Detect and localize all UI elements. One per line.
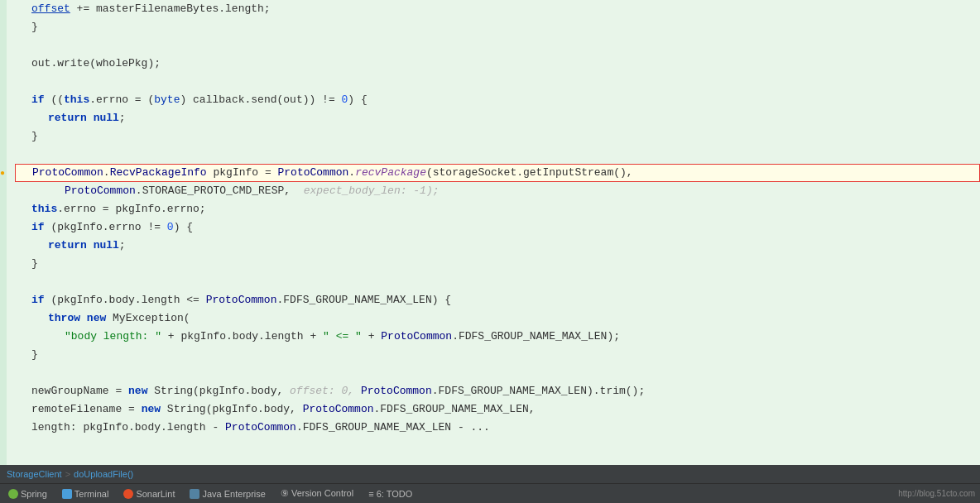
bottom-bar: Spring Terminal SonarLint Java Enterpris… [0, 483, 980, 503]
code-token: ) callback.send(out)) != [180, 91, 341, 109]
java-item[interactable]: Java Enterprise [186, 489, 268, 499]
vcs-label: ⑨ Version Control [281, 488, 353, 499]
code-token-class: ProtoCommon [303, 400, 374, 419]
vcs-item[interactable]: ⑨ Version Control [277, 488, 357, 499]
code-token: ) { [348, 91, 367, 109]
code-line: return null ; [15, 237, 980, 255]
code-token-class: RecvPackageInfo [110, 164, 207, 182]
code-line-empty [15, 146, 980, 164]
code-token-this: this [64, 91, 89, 109]
code-line: return null ; [15, 109, 980, 127]
terminal-item[interactable]: Terminal [59, 489, 113, 499]
code-token-if: if [31, 218, 45, 237]
terminal-icon [62, 489, 72, 499]
code-token: + [362, 328, 381, 346]
code-token-class: ProtoCommon [32, 164, 103, 182]
code-token-class: ProtoCommon [65, 182, 136, 200]
status-bar: StorageClient > doUploadFile() [0, 465, 980, 483]
code-container: ● offset += masterFilenameBytes.length; [0, 0, 980, 465]
code-token: pkgInfo = [207, 164, 278, 182]
breadcrumb-method[interactable]: doUploadFile() [74, 469, 133, 479]
code-line: newGroupName = new String(pkgInfo.body, … [15, 382, 980, 400]
terminal-label: Terminal [74, 489, 109, 499]
code-token-this: this [31, 200, 57, 218]
code-token: . [276, 291, 283, 309]
code-token [87, 237, 94, 255]
code-line: if (( this .errno = ( byte ) callback.se… [15, 91, 980, 109]
code-token: (( [45, 91, 64, 109]
code-token-return: return [48, 109, 87, 127]
code-token: } [31, 18, 38, 36]
code-token [80, 309, 87, 328]
code-line: if (pkgInfo.body.length <= ProtoCommon .… [15, 291, 980, 309]
java-icon [190, 489, 199, 499]
code-line: if (pkgInfo.errno != 0 ) { [15, 218, 980, 237]
breadcrumb: StorageClient > doUploadFile() [7, 469, 133, 479]
code-token: ); [607, 328, 620, 346]
code-token-if: if [31, 291, 45, 309]
code-token: ; [119, 109, 126, 127]
code-token: String(pkgInfo.body, [161, 400, 303, 419]
code-token: length: pkgInfo.body.length - [31, 419, 225, 437]
code-token: . [452, 328, 459, 346]
code-token-null: null [94, 109, 119, 127]
code-token-new: new [142, 400, 161, 419]
code-token: } [31, 255, 38, 273]
code-line-empty [15, 364, 980, 382]
code-token [354, 382, 361, 400]
code-token-return: return [48, 237, 87, 255]
code-token: remoteFilename = [31, 400, 142, 419]
breadcrumb-class[interactable]: StorageClient [7, 469, 62, 479]
spring-item[interactable]: Spring [5, 489, 50, 499]
code-token-new: new [128, 382, 147, 400]
spring-icon [8, 489, 18, 499]
code-token: ).trim(); [587, 382, 645, 400]
code-token-new: new [87, 309, 106, 328]
code-token: ; [119, 237, 126, 255]
code-line: } [15, 346, 980, 364]
code-token: . [432, 382, 439, 400]
code-token: FDFS_GROUP_NAME_MAX_LEN - ... [303, 419, 490, 437]
code-token-class: ProtoCommon [361, 382, 432, 400]
code-token-if: if [31, 91, 45, 109]
code-line: remoteFilename = new String(pkgInfo.body… [15, 400, 980, 419]
code-token-zero: 0 [342, 91, 348, 109]
code-token: . [348, 164, 355, 182]
code-line: throw new MyException( [15, 309, 980, 328]
code-token-class: ProtoCommon [278, 164, 349, 182]
sonar-item[interactable]: SonarLint [120, 489, 178, 499]
code-token: + pkgInfo.body.length + [161, 328, 323, 346]
code-token-hint: offset: 0, [283, 382, 354, 400]
code-token: } [31, 346, 38, 364]
code-line-empty [15, 73, 980, 91]
code-line: } [15, 127, 980, 146]
code-token-offset: offset [31, 0, 70, 18]
code-line: out.write(wholePkg); [15, 55, 980, 73]
java-label: Java Enterprise [202, 489, 265, 499]
code-token: FDFS_GROUP_NAME_MAX_LEN, [380, 400, 535, 419]
code-token-throw: throw [48, 309, 80, 328]
code-token: += masterFilenameBytes.length; [70, 0, 271, 18]
code-line: "body length: " + pkgInfo.body.length + … [15, 328, 980, 346]
code-line: length: pkgInfo.body.length - ProtoCommo… [15, 419, 980, 437]
code-line-empty [15, 273, 980, 291]
breadcrumb-separator: > [65, 469, 70, 479]
code-token: (storageSocket.getInputStream(), [426, 164, 633, 182]
code-token-byte: byte [154, 91, 180, 109]
code-line-empty [15, 36, 980, 55]
code-token: ) { [432, 291, 451, 309]
code-line: } [15, 255, 980, 273]
code-token: ) { [174, 218, 193, 237]
code-token: .errno = ( [89, 91, 154, 109]
editor-area: ● offset += masterFilenameBytes.length; [0, 0, 980, 483]
sonar-label: SonarLint [136, 489, 175, 499]
todo-item[interactable]: ≡ 6: TODO [365, 489, 416, 499]
code-line: ProtoCommon . STORAGE_PROTO_CMD_RESP, ex… [15, 182, 980, 200]
code-token: . [374, 400, 381, 419]
code-token: FDFS_GROUP_NAME_MAX_LEN [459, 328, 607, 346]
code-token: newGroupName = [31, 382, 128, 400]
code-line: this .errno = pkgInfo.errno; [15, 200, 980, 218]
spring-label: Spring [21, 489, 47, 499]
code-token: .errno = pkgInfo.errno; [57, 200, 205, 218]
code-token-method: recvPackage [355, 164, 426, 182]
